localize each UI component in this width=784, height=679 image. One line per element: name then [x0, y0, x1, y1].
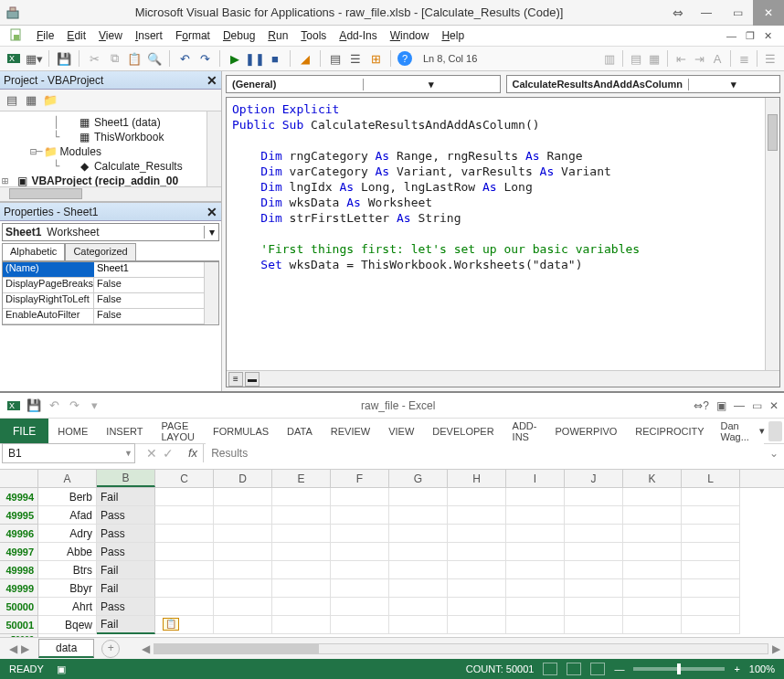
cell[interactable] — [389, 616, 448, 634]
properties-grid[interactable]: (Name)Sheet1 DisplayPageBreaksFalse Disp… — [2, 261, 219, 325]
cell[interactable] — [565, 525, 623, 543]
code-vscrollbar[interactable] — [765, 98, 779, 370]
prop-key[interactable]: DisplayPageBreaks — [3, 278, 94, 292]
cell[interactable] — [623, 561, 682, 579]
object-browser-icon[interactable]: ⊞ — [367, 50, 384, 67]
chevron-down-icon[interactable]: ▾ — [204, 226, 218, 239]
cell[interactable] — [272, 488, 331, 506]
cell[interactable]: Adry — [38, 525, 97, 543]
cell[interactable] — [682, 598, 740, 616]
reset-icon[interactable]: ■ — [267, 50, 283, 67]
project-explorer-icon[interactable]: ▤ — [327, 50, 344, 67]
menu-format[interactable]: Format — [175, 29, 210, 42]
select-all-corner[interactable] — [0, 470, 38, 487]
edit-tb-icon3[interactable]: ▦ — [646, 50, 662, 67]
cell[interactable] — [272, 525, 331, 543]
zoom-level[interactable]: 100% — [749, 663, 775, 674]
tree-item-modules[interactable]: Modules — [60, 145, 101, 158]
view-object-icon[interactable]: ▦ — [23, 92, 39, 109]
cell[interactable] — [682, 506, 740, 525]
cell[interactable]: Afad — [38, 506, 97, 525]
properties-object-combo[interactable]: Sheet1 Worksheet ▾ — [2, 223, 219, 241]
cell[interactable] — [272, 506, 331, 525]
cell[interactable]: Pass — [97, 506, 155, 525]
code-procedure-combo[interactable]: CalculateResultsAndAddAsColumn▾ — [506, 75, 781, 93]
grid-body[interactable]: 49994BerbFail49995AfadPass49996AdryPass4… — [0, 488, 784, 637]
cell[interactable]: Fail — [97, 616, 155, 634]
col-header-i[interactable]: I — [506, 470, 565, 487]
project-panel-close-button[interactable]: ✕ — [207, 73, 217, 88]
toggle-folders-icon[interactable]: 📁 — [42, 92, 58, 109]
cell[interactable] — [272, 543, 331, 561]
row-header[interactable]: 49994 — [0, 488, 38, 506]
col-header-k[interactable]: K — [623, 470, 682, 487]
cell[interactable]: Bqew — [38, 616, 97, 634]
undo-icon[interactable]: ↶ — [176, 50, 193, 67]
project-tree[interactable]: │ ▦Sheet1 (data) └ ▦ThisWorkbook ⊟─📁Modu… — [0, 111, 221, 201]
cell[interactable] — [506, 579, 565, 598]
ribbon-tab-powerpivot[interactable]: POWERPIVO — [546, 426, 626, 437]
close-button[interactable]: ✕ — [753, 0, 784, 26]
cell[interactable] — [623, 488, 682, 506]
menu-insert[interactable]: Insert — [135, 29, 163, 42]
properties-close-button[interactable]: ✕ — [207, 205, 217, 219]
ribbon-tab-formulas[interactable]: FORMULAS — [204, 426, 278, 437]
maximize-button[interactable]: ▭ — [722, 0, 753, 26]
tree-hscrollbar[interactable] — [0, 186, 221, 201]
page-break-view-icon[interactable] — [590, 663, 605, 675]
cell[interactable] — [565, 488, 623, 506]
cell[interactable] — [331, 561, 389, 579]
menu-window[interactable]: Window — [390, 29, 429, 42]
row-header[interactable]: 49997 — [0, 543, 38, 561]
copy-icon[interactable]: ⧉ — [106, 50, 122, 67]
cell[interactable] — [623, 598, 682, 616]
view-code-icon[interactable]: ▤ — [4, 92, 20, 109]
prop-tab-categorized[interactable]: Categorized — [65, 243, 135, 260]
cell[interactable] — [214, 561, 272, 579]
ribbon-tab-home[interactable]: HOME — [48, 426, 97, 437]
cell[interactable] — [389, 561, 448, 579]
menu-help[interactable]: Help — [441, 29, 464, 42]
help-icon[interactable]: ? — [397, 51, 412, 66]
edit-tb-icon6[interactable]: A — [709, 50, 726, 67]
row-header[interactable]: 50002 — [0, 634, 38, 637]
ribbon-tab-addins[interactable]: ADD-INS — [503, 420, 546, 442]
redo-icon[interactable]: ↷ — [196, 50, 213, 67]
menu-addins[interactable]: Add-Ins — [339, 29, 376, 42]
break-icon[interactable]: ❚❚ — [247, 50, 263, 67]
cell[interactable]: Pass — [97, 525, 155, 543]
cell[interactable] — [682, 561, 740, 579]
cell[interactable] — [623, 579, 682, 598]
col-header-l[interactable]: L — [682, 470, 740, 487]
excel-maximize-button[interactable]: ▭ — [752, 399, 762, 412]
cell[interactable] — [565, 506, 623, 525]
cell[interactable] — [623, 506, 682, 525]
ribbon-tab-insert[interactable]: INSERT — [97, 426, 152, 437]
cell[interactable] — [506, 543, 565, 561]
cell[interactable] — [506, 506, 565, 525]
chevron-down-icon[interactable]: ▼ — [124, 449, 132, 458]
row-header[interactable]: 49996 — [0, 525, 38, 543]
cell[interactable] — [389, 598, 448, 616]
user-name[interactable]: Dan Wag... — [721, 420, 756, 442]
table-row[interactable]: 49997AbbePass — [0, 543, 784, 561]
tree-item-sheet1[interactable]: Sheet1 (data) — [94, 116, 161, 129]
row-header[interactable]: 49999 — [0, 579, 38, 598]
cell[interactable] — [623, 616, 682, 634]
prop-vscrollbar[interactable] — [204, 262, 218, 324]
cell[interactable]: Ahrt — [38, 598, 97, 616]
cell[interactable] — [272, 579, 331, 598]
cell[interactable] — [389, 525, 448, 543]
zoom-out-button[interactable]: — — [614, 663, 624, 674]
table-row[interactable]: 49999BbyrFail — [0, 579, 784, 598]
menu-edit[interactable]: Edit — [67, 29, 86, 42]
ribbon-tab-review[interactable]: REVIEW — [322, 426, 379, 437]
cell[interactable] — [331, 525, 389, 543]
sheet-nav-next[interactable]: ▶ — [21, 642, 29, 655]
sheet-nav-prev[interactable]: ◀ — [9, 642, 17, 655]
cell[interactable] — [272, 598, 331, 616]
col-header-f[interactable]: F — [331, 470, 389, 487]
ribbon-display-icon[interactable]: ▣ — [716, 399, 726, 412]
name-box[interactable]: B1 ▼ — [2, 443, 135, 463]
full-module-view-button[interactable]: ▬ — [245, 372, 260, 387]
